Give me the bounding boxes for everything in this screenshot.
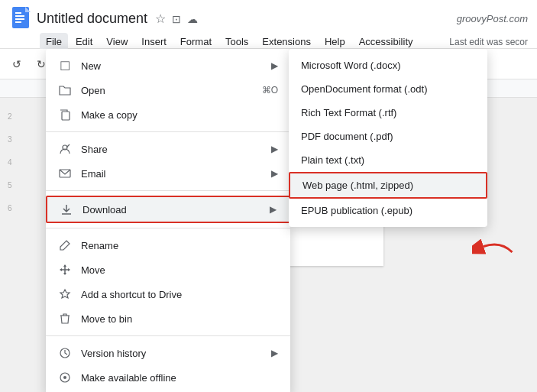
share-arrow-icon: ▶ [271,144,278,154]
menu-item-version-history-label: Version history [81,348,256,359]
menu-item-download-label: Download [82,204,254,215]
menu-item-rename-label: Rename [81,240,278,251]
page-num-2: 2 [8,113,12,121]
new-arrow-icon: ▶ [271,60,278,71]
docs-logo [9,6,32,31]
svg-marker-10 [63,264,66,267]
submenu-item-rtf[interactable]: Rich Text Format (.rtf) [289,101,487,125]
submenu-item-pdf-label: PDF document (.pdf) [301,131,393,142]
menu-item-add-shortcut[interactable]: Add a shortcut to Drive [46,282,290,306]
folder-icon[interactable]: ⊡ [172,13,181,25]
open-shortcut: ⌘O [262,85,278,96]
svg-marker-14 [60,290,70,298]
submenu-item-docx[interactable]: Microsoft Word (.docx) [289,53,487,77]
svg-rect-3 [15,18,24,20]
divider-group-4 [46,335,290,336]
menu-edit[interactable]: Edit [70,33,99,50]
submenu-item-odt[interactable]: OpenDocument format (.odt) [289,77,487,101]
menu-item-move[interactable]: Move [46,258,290,282]
share-icon [58,142,72,156]
menu-format[interactable]: Format [174,33,218,50]
svg-rect-6 [62,112,70,120]
undo-button[interactable]: ↺ [6,53,27,75]
submenu-item-docx-label: Microsoft Word (.docx) [301,60,401,71]
menu-item-share-label: Share [81,144,256,155]
download-icon [60,202,73,216]
divider-group-2 [46,190,290,191]
divider-group-3 [46,228,290,228]
download-arrow-icon: ▶ [270,204,277,215]
copy-icon [58,108,72,121]
svg-marker-12 [60,268,62,271]
submenu-item-txt-label: Plain text (.txt) [301,154,364,166]
svg-marker-11 [63,273,66,275]
menu-item-rename[interactable]: Rename [46,233,290,258]
shortcut-icon [58,287,72,301]
menu-item-new[interactable]: ☐ New ▶ [46,53,290,78]
email-icon [58,167,72,180]
submenu-item-epub-label: EPUB publication (.epub) [301,205,412,216]
menu-tools[interactable]: Tools [219,33,254,50]
page-numbers: 2 3 4 5 6 [8,113,12,212]
submenu-item-pdf[interactable]: PDF document (.pdf) [289,125,487,148]
move-icon [58,263,72,277]
app-bar: Untitled document ☆ ⊡ ☁ groovyPost.com F… [0,0,537,49]
svg-point-18 [63,376,66,379]
menu-item-new-label: New [81,60,256,72]
menu-view[interactable]: View [100,33,134,50]
file-menu-dropdown: ☐ New ▶ Open ⌘O Make a copy Share ▶ Emai… [46,49,290,392]
rename-icon [58,238,72,252]
page-num-4: 4 [8,159,12,167]
menu-insert[interactable]: Insert [135,33,173,50]
open-icon [58,83,72,97]
menu-accessibility[interactable]: Accessibility [353,33,419,50]
menu-item-make-available-label: Make available offline [81,372,278,384]
svg-rect-1 [15,12,21,14]
menu-file[interactable]: File [40,33,68,50]
menu-item-open[interactable]: Open ⌘O [46,78,290,102]
menu-extensions[interactable]: Extensions [256,33,317,50]
menu-item-version-history[interactable]: Version history ▶ [46,341,290,365]
menu-row: File Edit View Insert Format Tools Exten… [0,33,537,50]
menu-item-move-bin[interactable]: Move to bin [46,306,290,331]
bin-icon [58,312,72,326]
submenu-item-txt[interactable]: Plain text (.txt) [289,148,487,172]
menu-item-email-label: Email [81,168,256,180]
red-arrow-indicator [472,233,518,271]
history-arrow-icon: ▶ [271,348,278,358]
menu-help[interactable]: Help [319,33,351,50]
menu-item-add-shortcut-label: Add a shortcut to Drive [81,289,278,300]
submenu-item-epub[interactable]: EPUB publication (.epub) [289,199,487,222]
page-num-3: 3 [8,136,12,144]
submenu-item-html-label: Web page (.html, zipped) [302,180,413,191]
submenu-item-odt-label: OpenDocument format (.odt) [301,83,427,95]
divider-group-1 [46,131,290,132]
submenu-item-html[interactable]: Web page (.html, zipped) [289,172,487,199]
svg-marker-13 [68,268,70,271]
menu-item-download[interactable]: Download ▶ [46,196,290,223]
menu-item-move-label: Move [81,264,278,276]
menu-item-share[interactable]: Share ▶ [46,137,290,161]
title-icons: ☆ ⊡ ☁ [155,11,198,26]
last-edit-text: Last edit was secor [449,37,528,47]
svg-rect-4 [15,21,21,23]
doc-title[interactable]: Untitled document [37,11,147,27]
offline-icon [58,371,72,384]
menu-item-open-label: Open [81,85,253,96]
submenu-item-rtf-label: Rich Text Format (.rtf) [301,107,396,118]
groovy-post: groovyPost.com [457,13,528,24]
cloud-icon[interactable]: ☁ [187,13,198,25]
email-arrow-icon: ▶ [271,168,278,179]
menu-item-make-copy[interactable]: Make a copy [46,102,290,127]
history-icon [58,346,72,360]
star-icon[interactable]: ☆ [155,11,166,26]
menu-item-move-bin-label: Move to bin [81,313,278,325]
svg-rect-2 [15,15,24,17]
menu-item-email[interactable]: Email ▶ [46,161,290,186]
menu-item-make-available[interactable]: Make available offline [46,365,290,390]
page-num-5: 5 [8,182,12,190]
menu-item-make-copy-label: Make a copy [81,109,278,121]
download-submenu: Microsoft Word (.docx) OpenDocument form… [289,49,487,227]
title-row: Untitled document ☆ ⊡ ☁ groovyPost.com [0,0,537,33]
page-num-6: 6 [8,205,12,212]
